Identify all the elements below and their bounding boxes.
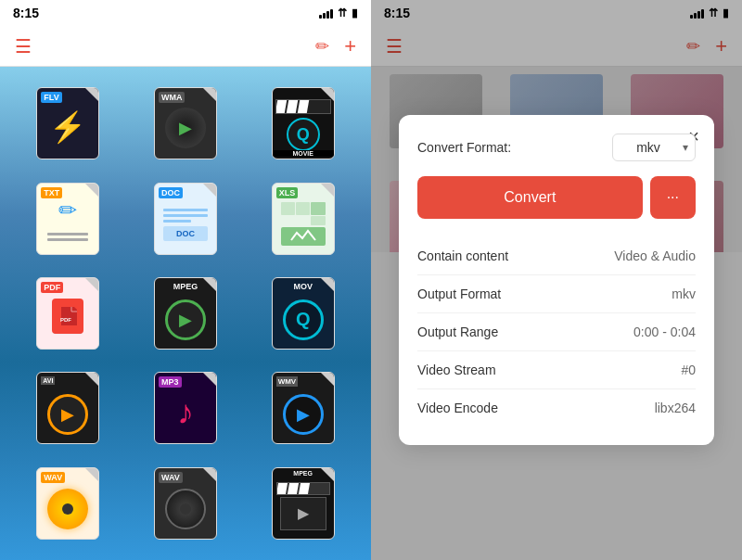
info-row-output-format: Output Format mkv xyxy=(417,275,696,313)
app-wav-black[interactable]: WAV xyxy=(133,462,239,545)
app-mp3[interactable]: MP3 ♪ xyxy=(133,366,239,450)
app-movie[interactable]: Q MOVIE xyxy=(249,82,356,165)
format-select[interactable]: mkv mp4 avi mov xyxy=(612,134,696,161)
output-range-value: 0:00 - 0:04 xyxy=(633,325,696,339)
status-icons-left: ⇈ ▮ xyxy=(319,6,358,19)
signal-icon-left xyxy=(319,7,333,19)
contain-value: Video & Audio xyxy=(614,248,696,263)
video-stream-value: #0 xyxy=(681,363,696,377)
pencil-icon-left[interactable]: ✏ xyxy=(315,36,329,57)
convert-buttons: Convert ··· xyxy=(417,176,696,219)
info-row-video-encode: Video Encode libx264 xyxy=(417,389,696,426)
video-encode-label: Video Encode xyxy=(417,401,498,415)
battery-icon-left: ▮ xyxy=(352,6,358,19)
output-format-value: mkv xyxy=(672,286,696,301)
contain-label: Contain content xyxy=(417,248,508,263)
app-txt[interactable]: TXT ✏ xyxy=(15,176,122,260)
convert-modal: × Convert Format: mkv mp4 avi mov Conver… xyxy=(399,115,714,445)
app-pdf[interactable]: PDF 📄 PDF xyxy=(15,272,122,355)
app-mpeg[interactable]: MPEG ▶ xyxy=(133,272,239,355)
time-left: 8:15 xyxy=(13,6,39,20)
app-wav-gold[interactable]: WAV xyxy=(15,462,122,545)
format-select-wrapper: mkv mp4 avi mov xyxy=(612,134,696,161)
menu-icon-left[interactable]: ☰ xyxy=(15,35,32,57)
wifi-icon-left: ⇈ xyxy=(338,6,347,19)
info-row-contain: Contain content Video & Audio xyxy=(417,237,696,275)
output-format-label: Output Format xyxy=(417,286,501,301)
app-mov[interactable]: MOV Q xyxy=(249,272,356,355)
app-wmv[interactable]: WMV ▶ xyxy=(249,366,356,450)
svg-text:PDF: PDF xyxy=(60,317,71,323)
app-flv[interactable]: FLV ⚡ xyxy=(15,82,122,165)
left-panel: 8:15 ⇈ ▮ ☰ ✏ + FLV ⚡ WMA xyxy=(0,0,371,560)
format-label: Convert Format: xyxy=(417,140,612,155)
app-mpeg2[interactable]: MPEG ▶ xyxy=(249,462,356,545)
app-grid: FLV ⚡ WMA ▶ Q MOVIE TXT ✏ xyxy=(0,67,371,560)
video-stream-label: Video Stream xyxy=(417,363,496,377)
output-range-label: Output Range xyxy=(417,325,498,339)
convert-button[interactable]: Convert xyxy=(417,176,643,219)
toolbar-left: ☰ ✏ + xyxy=(0,26,371,67)
modal-overlay: × Convert Format: mkv mp4 avi mov Conver… xyxy=(371,0,742,560)
status-bar-left: 8:15 ⇈ ▮ xyxy=(0,0,371,26)
more-button[interactable]: ··· xyxy=(650,176,696,219)
plus-icon-left[interactable]: + xyxy=(344,34,356,58)
app-xls[interactable]: XLS xyxy=(249,176,356,260)
info-row-output-range: Output Range 0:00 - 0:04 xyxy=(417,313,696,351)
app-doc[interactable]: DOC DOC xyxy=(133,176,239,260)
convert-format-row: Convert Format: mkv mp4 avi mov xyxy=(417,134,696,161)
video-encode-value: libx264 xyxy=(655,401,696,415)
right-panel: 8:15 ⇈ ▮ ☰ ✏ + n3.jpeg 325.0 KB mainbg-4… xyxy=(371,0,742,560)
info-row-video-stream: Video Stream #0 xyxy=(417,351,696,389)
app-avi[interactable]: AVI ▶ xyxy=(15,366,122,450)
info-rows: Contain content Video & Audio Output For… xyxy=(417,237,696,426)
app-wma[interactable]: WMA ▶ xyxy=(133,82,239,165)
